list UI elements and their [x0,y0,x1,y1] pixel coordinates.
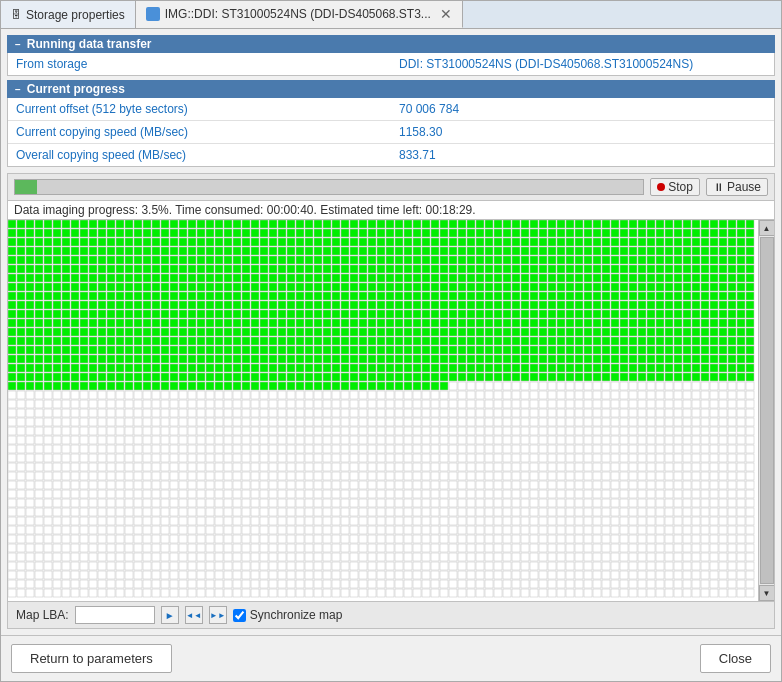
pause-icon: ⏸ [713,181,724,193]
status-text-span: Data imaging progress: 3.5%. Time consum… [14,203,476,217]
map-scrollbar[interactable]: ▲ ▼ [758,220,774,601]
scroll-up-button[interactable]: ▲ [759,220,775,236]
overall-speed-label: Overall copying speed (MB/sec) [8,144,391,166]
pause-button[interactable]: ⏸ Pause [706,178,768,196]
map-area: ▲ ▼ [8,220,774,601]
map-nav-play[interactable]: ► [161,606,179,624]
scroll-down-button[interactable]: ▼ [759,585,775,601]
overall-speed-value: 833.71 [391,144,774,166]
progress-bar-container: Stop ⏸ Pause [8,174,774,201]
stop-button[interactable]: Stop [650,178,700,196]
pause-label: Pause [727,180,761,194]
title-bar: 🗄 Storage properties IMG::DDI: ST3100052… [1,1,781,29]
sync-label[interactable]: Synchronize map [250,608,343,622]
bottom-bar: Return to parameters Close [1,635,781,681]
offset-label: Current offset (512 byte sectors) [8,98,391,120]
return-to-parameters-button[interactable]: Return to parameters [11,644,172,673]
collapse-icon-progress[interactable]: − [15,84,21,95]
tab-img-label: IMG::DDI: ST31000524NS (DDI-DS405068.ST3… [165,7,431,21]
from-storage-value: DDI: ST31000524NS (DDI-DS405068.ST310005… [391,53,774,75]
main-window: 🗄 Storage properties IMG::DDI: ST3100052… [0,0,782,682]
copy-speed-row: Current copying speed (MB/sec) 1158.30 [8,121,774,144]
content-area: − Running data transfer From storage DDI… [1,29,781,635]
running-data-transfer-section: − Running data transfer From storage DDI… [7,35,775,76]
scroll-thumb[interactable] [760,237,774,584]
map-lba-label: Map LBA: [16,608,69,622]
tab-storage-properties[interactable]: 🗄 Storage properties [1,1,136,28]
tab-close-button[interactable]: ✕ [440,6,452,22]
current-progress-table: Current offset (512 byte sectors) 70 006… [7,98,775,167]
map-controls: Map LBA: ► ◄◄ ►► Synchronize map [8,601,774,628]
map-nav-prev[interactable]: ◄◄ [185,606,203,624]
storage-icon: 🗄 [11,9,21,20]
tab-storage-label: Storage properties [26,8,125,22]
progress-bar-inner [15,180,37,194]
collapse-icon-transfer[interactable]: − [15,39,21,50]
overall-speed-row: Overall copying speed (MB/sec) 833.71 [8,144,774,166]
sync-check-container[interactable]: Synchronize map [233,608,343,622]
current-progress-header: − Current progress [7,80,775,98]
offset-row: Current offset (512 byte sectors) 70 006… [8,98,774,121]
tab-img-ddi[interactable]: IMG::DDI: ST31000524NS (DDI-DS405068.ST3… [136,1,463,28]
map-lba-input[interactable] [75,606,155,624]
current-progress-label: Current progress [27,82,125,96]
stop-dot-icon [657,183,665,191]
current-progress-section: − Current progress Current offset (512 b… [7,80,775,167]
progress-and-map-section: Stop ⏸ Pause Data imaging progress: 3.5%… [7,173,775,629]
offset-value: 70 006 784 [391,98,774,120]
disk-icon [146,7,160,21]
copy-speed-value: 1158.30 [391,121,774,143]
from-storage-label: From storage [8,53,391,75]
from-storage-info-row: From storage DDI: ST31000524NS (DDI-DS40… [8,53,774,75]
running-data-transfer-header: − Running data transfer [7,35,775,53]
map-nav-next[interactable]: ►► [209,606,227,624]
progress-status-text: Data imaging progress: 3.5%. Time consum… [8,201,774,220]
close-button[interactable]: Close [700,644,771,673]
stop-label: Stop [668,180,693,194]
sync-checkbox[interactable] [233,609,246,622]
running-data-transfer-label: Running data transfer [27,37,152,51]
progress-bar-outer [14,179,644,195]
map-canvas [8,220,758,601]
copy-speed-label: Current copying speed (MB/sec) [8,121,391,143]
from-storage-row: From storage DDI: ST31000524NS (DDI-DS40… [7,53,775,76]
